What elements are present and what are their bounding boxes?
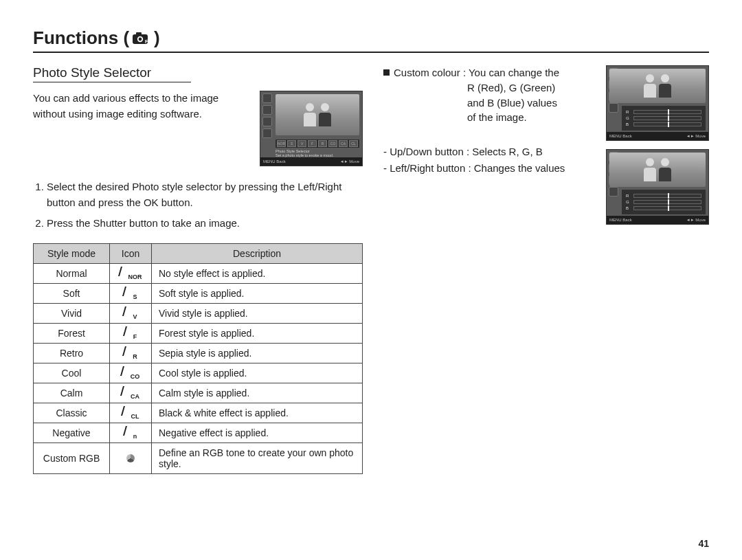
style-strip: NOR S V F R CO CA CL: [276, 139, 359, 148]
th-icon: Icon: [110, 243, 152, 263]
dash-label: - Up/Down button: [383, 146, 464, 157]
custom-desc-line: and B (Blue) values: [467, 96, 595, 111]
desc-cell: Sepia style is applied.: [152, 343, 363, 363]
mode-icon-cell: NOR: [110, 263, 152, 283]
dash-rest: : Selects R, G, B: [464, 146, 543, 157]
desc-cell: Cool style is applied.: [152, 363, 363, 383]
page-heading: Functions ( Fn ): [33, 27, 709, 53]
table-row: SoftSSoft style is applied.: [34, 283, 363, 303]
svg-point-3: [139, 37, 142, 41]
icon-subscript: F: [133, 333, 137, 340]
mode-cell: Vivid: [34, 303, 110, 323]
dash-rest: : Changes the values: [465, 162, 565, 174]
mode-icon-cell: V: [110, 303, 152, 323]
mode-cell: Custom RGB: [34, 443, 110, 473]
screenshot-photo-style-selector: NOR S V F R CO CA CL Photo Style Selecto…: [260, 91, 363, 166]
table-row: RetroRSepia style is applied.: [34, 343, 363, 363]
screenshot-custom-rgb: R G B MENU Back ◄► Move: [606, 65, 709, 141]
mode-cell: Negative: [34, 423, 110, 443]
mode-cell: Classic: [34, 403, 110, 423]
heading-close: ): [154, 27, 160, 49]
desc-cell: Define an RGB tone to create your own ph…: [152, 443, 363, 473]
mode-cell: Soft: [34, 283, 110, 303]
button-instructions: - Up/Down button : Selects R, G, B - Lef…: [383, 144, 595, 176]
mode-icon-cell: R: [110, 343, 152, 363]
th-description: Description: [152, 243, 363, 263]
mode-cell: Forest: [34, 323, 110, 343]
shot-bottom-move: ◄► Move: [686, 218, 706, 222]
shot-bottom-move: ◄► Move: [340, 159, 359, 164]
custom-colour-block: Custom colour : You can change the R (Re…: [383, 65, 595, 125]
icon-subscript: V: [133, 313, 137, 320]
shot-bottom-move: ◄► Move: [686, 134, 706, 138]
table-row: ForestFForest style is applied.: [34, 323, 363, 343]
desc-cell: Calm style is applied.: [152, 383, 363, 403]
screenshot-custom-rgb: R G B MENU Back ◄► Move: [606, 149, 709, 225]
desc-cell: No style effect is applied.: [152, 263, 363, 283]
mode-icon-cell: S: [110, 283, 152, 303]
steps-list: Select the desired Photo style selector …: [33, 179, 363, 231]
camera-fn-icon: Fn: [132, 31, 151, 46]
table-row: CalmCACalm style is applied.: [34, 383, 363, 403]
table-row: NormalNORNo style effect is applied.: [34, 263, 363, 283]
icon-subscript: CO: [131, 373, 140, 380]
heading-text: Functions (: [33, 27, 129, 49]
desc-cell: Vivid style is applied.: [152, 303, 363, 323]
pen-style-icon: V: [124, 306, 137, 320]
table-row: VividVVivid style is applied.: [34, 303, 363, 323]
table-row: CoolCOCool style is applied.: [34, 363, 363, 383]
table-row: NegativenNegative effect is applied.: [34, 423, 363, 443]
desc-cell: Forest style is applied.: [152, 323, 363, 343]
pen-style-icon: NOR: [120, 267, 142, 280]
page-number: 41: [698, 538, 709, 549]
mode-icon-cell: CA: [110, 383, 152, 403]
table-row: Custom RGBDefine an RGB tone to create y…: [34, 443, 363, 473]
icon-subscript: S: [133, 293, 137, 300]
mode-icon-cell: [110, 443, 152, 473]
mode-icon-cell: CL: [110, 403, 152, 423]
pen-style-icon: CO: [122, 366, 140, 380]
slider-label-g: G: [626, 200, 631, 204]
custom-desc-line: of the image.: [467, 110, 595, 125]
desc-cell: Black & white effect is applied.: [152, 403, 363, 423]
shot-bottom-back: MENU Back: [609, 218, 632, 222]
mode-icon-cell: CO: [110, 363, 152, 383]
table-row: ClassicCLBlack & white effect is applied…: [34, 403, 363, 423]
icon-subscript: R: [133, 353, 137, 360]
icon-subscript: NOR: [128, 273, 142, 280]
pen-style-icon: S: [124, 287, 137, 300]
mode-cell: Cool: [34, 363, 110, 383]
svg-rect-1: [136, 32, 142, 35]
custom-rgb-icon: [126, 453, 135, 464]
step-item: Press the Shutter button to take an imag…: [47, 215, 363, 231]
shot-bottom-back: MENU Back: [609, 134, 632, 138]
icon-subscript: CL: [131, 413, 139, 420]
svg-text:Fn: Fn: [145, 39, 151, 44]
custom-label: Custom colour: [394, 67, 460, 78]
mode-icon-cell: F: [110, 323, 152, 343]
slider-label-r: R: [626, 110, 631, 114]
slider-label-r: R: [626, 194, 631, 198]
slider-label-b: B: [626, 206, 631, 210]
dash-label: - Left/Right button: [383, 162, 465, 174]
mode-cell: Normal: [34, 263, 110, 283]
mode-cell: Calm: [34, 383, 110, 403]
pen-style-icon: n: [124, 426, 137, 440]
pen-style-icon: R: [124, 346, 137, 360]
icon-subscript: n: [133, 433, 137, 440]
pen-style-icon: CA: [122, 386, 139, 400]
section-subheading: Photo Style Selector: [33, 65, 191, 82]
step-item: Select the desired Photo style selector …: [47, 179, 363, 211]
square-bullet-icon: [383, 69, 390, 76]
icon-subscript: CA: [131, 393, 139, 400]
custom-desc-first: : You can change the: [463, 67, 559, 78]
slider-label-b: B: [626, 122, 631, 126]
shot-bottom-back: MENU Back: [263, 159, 286, 164]
pen-style-icon: F: [124, 326, 137, 340]
slider-label-g: G: [626, 116, 631, 120]
desc-cell: Soft style is applied.: [152, 283, 363, 303]
pen-style-icon: CL: [122, 406, 139, 420]
th-style-mode: Style mode: [34, 243, 110, 263]
style-mode-table: Style mode Icon Description NormalNORNo …: [33, 243, 363, 474]
mode-icon-cell: n: [110, 423, 152, 443]
